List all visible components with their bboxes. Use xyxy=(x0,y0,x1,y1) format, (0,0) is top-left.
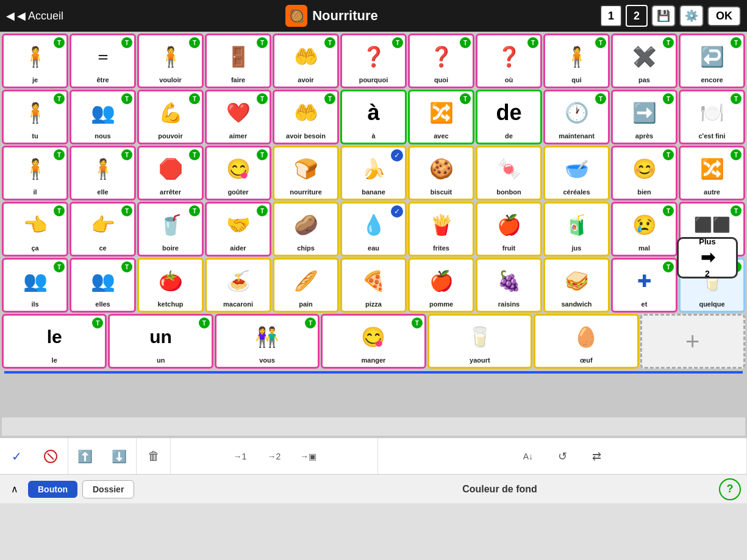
cell-frites[interactable]: 🍟 frites xyxy=(408,202,474,257)
cell-yaourt[interactable]: 🥛 yaourt xyxy=(427,314,532,369)
cell-vouloir[interactable]: T 🧍 vouloir xyxy=(137,34,204,88)
header-controls: 1 2 💾 ⚙️ OK xyxy=(600,5,741,27)
page-1-btn[interactable]: 1 xyxy=(600,5,622,27)
cell-banane[interactable]: ✓ 🍌 banane xyxy=(340,146,407,200)
nav-chevron-btn[interactable]: ∧ xyxy=(6,481,23,497)
cell-tu[interactable]: T 🧍 tu xyxy=(2,90,68,144)
cell-arreter[interactable]: T 🛑 arrêter xyxy=(137,146,204,200)
t-badge: T xyxy=(121,149,132,160)
cell-add-new[interactable]: + xyxy=(640,314,745,369)
cell-pouvoir[interactable]: T 💪 pouvoir xyxy=(137,90,204,144)
t-badge: T xyxy=(595,93,606,104)
cell-pas[interactable]: T ✖️ pas xyxy=(611,34,677,88)
cell-avoir-img: 🤲 xyxy=(288,38,324,75)
page-2-btn[interactable]: 2 xyxy=(626,5,648,27)
cell-elle[interactable]: T 🧍 elle xyxy=(70,146,136,200)
cell-ce[interactable]: T 👉 ce xyxy=(70,202,136,257)
cell-cereales[interactable]: 🥣 céréales xyxy=(543,146,610,200)
cell-macaroni[interactable]: 🍝 macaroni xyxy=(205,258,271,313)
grid-row-2: T 🧍 tu T 👥 nous T 💪 pouvoir T ❤️ aimer T xyxy=(2,90,745,144)
cell-nous[interactable]: T 👥 nous xyxy=(70,90,136,144)
toolbar-import-btn[interactable]: ⬆️ xyxy=(68,438,102,474)
cell-qui-label: qui xyxy=(571,76,582,83)
bottom-nav: ∧ Bouton Dossier Couleur de fond ? xyxy=(0,474,747,503)
ok-button[interactable]: OK xyxy=(707,6,741,26)
cell-qui[interactable]: T 🧍 qui xyxy=(543,34,610,88)
cell-pain[interactable]: 🥖 pain xyxy=(273,258,339,313)
cell-elles[interactable]: T 👥 elles xyxy=(70,258,136,313)
cell-pomme[interactable]: 🍎 pomme xyxy=(408,258,474,313)
cell-sandwich[interactable]: 🥪 sandwich xyxy=(543,258,610,313)
toolbar-check-section: ✓ xyxy=(0,438,68,474)
cell-ketchup[interactable]: 🍅 ketchup xyxy=(137,258,204,313)
toolbar-export-btn[interactable]: ⬇️ xyxy=(102,438,137,474)
cell-faire[interactable]: T 🚪 faire xyxy=(205,34,271,88)
toolbar-swap-btn[interactable]: ⇄ xyxy=(579,438,613,474)
t-badge: T xyxy=(460,93,471,104)
cell-il[interactable]: T 🧍 il xyxy=(2,146,68,200)
cell-vous[interactable]: T 👫 vous xyxy=(215,314,320,369)
cell-bonbon[interactable]: 🍬 bonbon xyxy=(476,146,542,200)
cell-apres[interactable]: T ➡️ après xyxy=(611,90,677,144)
cell-nourriture[interactable]: 🍞 nourriture xyxy=(273,146,339,200)
cell-boire[interactable]: T 🥤 boire xyxy=(137,202,204,257)
cell-jus[interactable]: 🧃 jus xyxy=(543,202,610,257)
cell-avoir[interactable]: T 🤲 avoir xyxy=(273,34,339,88)
cell-quoi-img: ❓ xyxy=(423,38,460,75)
settings-icon-btn[interactable]: ⚙️ xyxy=(679,5,704,27)
toolbar-arrow3-btn[interactable]: →▣ xyxy=(291,438,326,474)
cell-gouter[interactable]: T 😋 goûter xyxy=(205,146,271,200)
cell-quoi[interactable]: T ❓ quoi xyxy=(408,34,474,88)
back-arrow-icon: ◀ xyxy=(6,9,15,23)
cell-avoir-besoin[interactable]: T 🤲 avoir besoin xyxy=(273,90,339,144)
save-icon-btn[interactable]: 💾 xyxy=(651,5,676,27)
back-button[interactable]: ◀ ◀ Accueil xyxy=(6,9,63,23)
toolbar-check-btn[interactable]: ✓ xyxy=(0,438,34,474)
cell-chips[interactable]: 🥔 chips xyxy=(273,202,339,257)
cell-pourquoi[interactable]: T ❓ pourquoi xyxy=(340,34,407,88)
cell-je[interactable]: T 🧍 je xyxy=(2,34,68,88)
toolbar-sort-btn[interactable]: A↓ xyxy=(511,438,545,474)
cell-avec[interactable]: T 🔀 avec xyxy=(408,90,474,144)
cell-fruit[interactable]: 🍎 fruit xyxy=(476,202,542,257)
cell-biscuit[interactable]: 🍪 biscuit xyxy=(408,146,474,200)
toolbar-arrow1-btn[interactable]: →1 xyxy=(223,438,257,474)
t-badge: T xyxy=(663,261,674,272)
cell-encore[interactable]: T ↩️ encore xyxy=(679,34,745,88)
cell-cest-fini[interactable]: T 🍽️ c'est fini xyxy=(679,90,745,144)
cell-pizza[interactable]: 🍕 pizza xyxy=(340,258,407,313)
cell-etre[interactable]: T ＝ être xyxy=(70,34,136,88)
dossier-btn[interactable]: Dossier xyxy=(82,480,134,498)
plus-page-button[interactable]: Plus ➡ 2 xyxy=(677,237,738,278)
cell-bien[interactable]: T 😊 bien xyxy=(611,146,677,200)
cell-oeuf[interactable]: 🥚 œuf xyxy=(534,314,638,369)
help-button[interactable]: ? xyxy=(719,478,741,500)
header: ◀ ◀ Accueil 🥘 Nourriture 1 2 💾 ⚙️ OK xyxy=(0,0,747,32)
toolbar-cancel-btn[interactable] xyxy=(34,438,68,474)
cell-maintenant[interactable]: T 🕐 maintenant xyxy=(543,90,610,144)
cell-ils[interactable]: T 👥 ils xyxy=(2,258,68,313)
cell-mal[interactable]: T 😢 mal xyxy=(611,202,677,257)
t-badge: T xyxy=(305,317,316,328)
t-badge: T xyxy=(257,205,268,216)
cell-autre[interactable]: T 🔀 autre xyxy=(679,146,745,200)
t-badge: T xyxy=(731,205,742,216)
cell-raisins[interactable]: 🍇 raisins xyxy=(476,258,542,313)
cell-ca[interactable]: T 👈 ça xyxy=(2,202,68,257)
cell-faire-img: 🚪 xyxy=(220,38,257,75)
cell-a[interactable]: à à xyxy=(340,90,407,144)
cell-un[interactable]: T un un xyxy=(108,314,213,369)
cell-et[interactable]: T ✚ et xyxy=(611,258,677,313)
toolbar-delete-btn[interactable]: 🗑 xyxy=(137,438,170,474)
toolbar-refresh-btn[interactable]: ↺ xyxy=(545,438,579,474)
cell-aider[interactable]: T 🤝 aider xyxy=(205,202,271,257)
toolbar-arrow2-btn[interactable]: →2 xyxy=(257,438,291,474)
cell-ou[interactable]: T ❓ où xyxy=(476,34,542,88)
cell-eau[interactable]: ✓ 💧 eau xyxy=(340,202,407,257)
cell-aimer[interactable]: T ❤️ aimer xyxy=(205,90,271,144)
cell-le[interactable]: T le le xyxy=(2,314,107,369)
cell-manger[interactable]: T 😋 manger xyxy=(321,314,426,369)
bouton-btn[interactable]: Bouton xyxy=(28,481,77,498)
cell-de[interactable]: de de xyxy=(476,90,542,144)
bottom-toolbar: ✓ ⬆️ ⬇️ 🗑 →1 →2 →▣ A↓ ↺ ⇄ xyxy=(0,438,747,474)
